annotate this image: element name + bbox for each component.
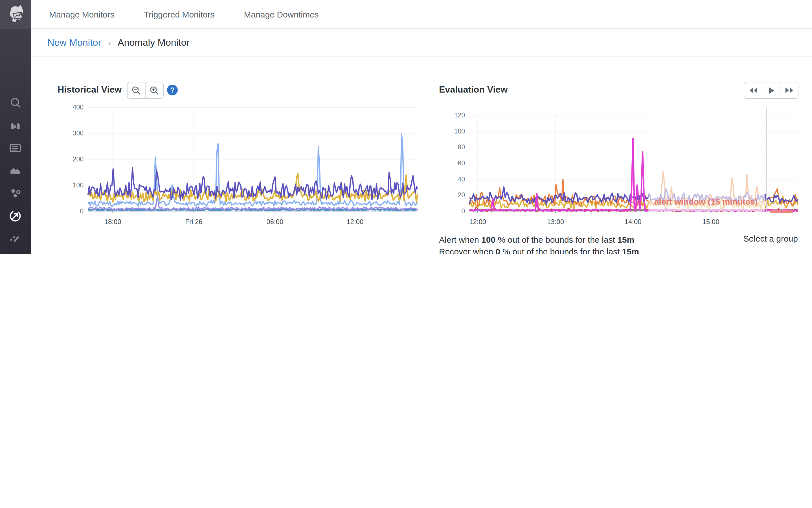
svg-text:Fri 26: Fri 26	[185, 218, 202, 225]
svg-text:20: 20	[458, 192, 465, 199]
zoom-out-button[interactable]	[128, 82, 145, 98]
svg-text:0: 0	[461, 207, 465, 215]
historical-zoom-controls	[127, 82, 164, 99]
nav-item-triggered-monitors[interactable]: Triggered Monitors	[144, 9, 215, 19]
breadcrumb-link-new-monitor[interactable]: New Monitor	[47, 37, 101, 48]
sidebar-apm-icon[interactable]	[8, 186, 22, 200]
rewind-icon	[749, 87, 758, 94]
play-icon	[768, 87, 774, 94]
svg-text:100: 100	[454, 128, 465, 135]
svg-text:200: 200	[73, 156, 84, 163]
magnifier-plus-icon	[149, 86, 159, 95]
sidebar-synthetics-icon[interactable]	[8, 231, 22, 245]
sidebar-watchdog-icon[interactable]	[8, 119, 22, 132]
recover-condition-line: Recover when 0 % out of the bounds for t…	[439, 246, 639, 254]
datadog-bear-icon	[5, 4, 26, 26]
fast-forward-icon	[785, 87, 794, 94]
svg-text:12:00: 12:00	[347, 218, 363, 225]
evaluation-chart: 020406080100120alert window (15 minutes)…	[444, 100, 800, 230]
alert-condition-line: Alert when 100 % out of the bounds for t…	[439, 234, 639, 246]
select-a-group[interactable]: Select a group	[743, 234, 798, 243]
zoom-in-button[interactable]	[145, 82, 163, 98]
magnifier-minus-icon	[132, 86, 141, 95]
evaluation-view-title: Evaluation View	[439, 85, 507, 95]
svg-text:06:00: 06:00	[266, 218, 283, 225]
sidebar-search-icon[interactable]	[8, 96, 22, 110]
svg-text:13:00: 13:00	[547, 218, 564, 225]
evaluation-playback-controls	[744, 82, 799, 99]
sidebar-dashboards-icon[interactable]	[8, 141, 22, 155]
nav-item-manage-monitors[interactable]: Manage Monitors	[49, 9, 115, 19]
play-button[interactable]	[762, 82, 780, 98]
sidebar-metrics-icon[interactable]	[8, 163, 22, 177]
svg-text:18:00: 18:00	[104, 218, 121, 225]
historical-view-title: Historical View	[57, 85, 122, 95]
breadcrumb-current: Anomaly Monitor	[118, 37, 190, 48]
svg-text:400: 400	[73, 103, 84, 111]
svg-text:60: 60	[458, 160, 465, 167]
breadcrumb-separator-icon: ›	[108, 38, 111, 47]
fast-forward-button[interactable]	[780, 82, 798, 98]
breadcrumb: New Monitor › Anomaly Monitor	[31, 29, 812, 57]
svg-text:100: 100	[73, 181, 84, 189]
svg-text:0: 0	[80, 207, 84, 215]
svg-text:15:00: 15:00	[703, 218, 719, 225]
anomaly-monitor-page: ? Manage MonitorsTriggered MonitorsManag…	[0, 0, 812, 254]
historical-chart: 010020030040018:00Fri 2606:0012:00	[66, 100, 419, 230]
alert-window-label: alert window (15 minutes)	[654, 197, 758, 206]
left-sidebar: ?	[0, 0, 31, 254]
svg-text:80: 80	[458, 143, 465, 151]
svg-text:12:00: 12:00	[469, 218, 486, 225]
svg-text:40: 40	[458, 175, 465, 183]
nav-item-manage-downtimes[interactable]: Manage Downtimes	[244, 9, 319, 19]
svg-text:120: 120	[454, 112, 465, 119]
historical-help-icon[interactable]: ?	[167, 85, 178, 95]
svg-text:14:00: 14:00	[625, 218, 642, 225]
sidebar-monitors-icon[interactable]	[8, 209, 22, 222]
top-navigation: Manage MonitorsTriggered MonitorsManage …	[31, 0, 812, 29]
svg-text:300: 300	[73, 130, 84, 137]
evaluation-summary: Alert when 100 % out of the bounds for t…	[439, 234, 639, 254]
datadog-logo[interactable]	[0, 0, 31, 29]
rewind-button[interactable]	[744, 82, 762, 98]
